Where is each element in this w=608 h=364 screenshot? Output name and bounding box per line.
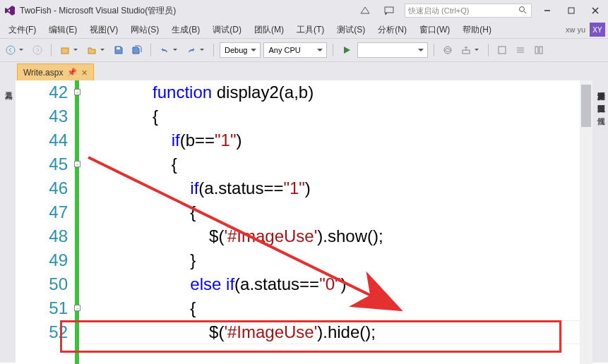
- line-number: 51-: [16, 296, 68, 320]
- quick-launch-placeholder: 快速启动 (Ctrl+Q): [408, 6, 469, 16]
- window-title: TwoFish - Microsoft Visual Studio(管理员): [20, 5, 176, 17]
- nav-forward-button[interactable]: [30, 42, 45, 58]
- menu-window[interactable]: 窗口(W): [414, 23, 455, 37]
- quick-launch-input[interactable]: 快速启动 (Ctrl+Q): [405, 4, 532, 18]
- line-number-gutter: 42-434445-464748495051-52: [16, 80, 79, 364]
- code-line[interactable]: {: [96, 152, 592, 176]
- open-file-button[interactable]: [84, 42, 100, 58]
- code-line[interactable]: if(a.status=="1"): [96, 176, 592, 200]
- vs-logo-icon: [4, 5, 16, 16]
- redo-button[interactable]: [184, 42, 199, 58]
- menu-edit[interactable]: 编辑(E): [43, 23, 83, 37]
- code-line[interactable]: {: [96, 104, 592, 128]
- title-bar: TwoFish - Microsoft Visual Studio(管理员) 快…: [0, 0, 608, 21]
- rail-team-explorer[interactable]: 团队资源管理器: [592, 96, 608, 102]
- line-number: 48: [16, 224, 68, 248]
- line-number: 52: [16, 320, 68, 344]
- line-number: 44: [16, 128, 68, 152]
- undo-button[interactable]: [157, 42, 172, 58]
- rail-toolbox[interactable]: 工具箱: [2, 83, 16, 363]
- menu-analyze[interactable]: 分析(N): [372, 23, 412, 37]
- svg-rect-0: [385, 7, 393, 13]
- svg-point-1: [520, 7, 525, 12]
- browser-link-button[interactable]: [440, 42, 455, 58]
- menu-team[interactable]: 团队(M): [249, 23, 290, 37]
- feedback-icon[interactable]: [381, 4, 398, 18]
- line-number: 42-: [16, 80, 68, 104]
- code-line[interactable]: }: [96, 248, 592, 272]
- toolbox-button1[interactable]: [494, 42, 510, 58]
- start-target-combo[interactable]: [357, 42, 428, 58]
- solution-config-combo[interactable]: Debug: [220, 42, 261, 58]
- line-number: 49: [16, 248, 68, 272]
- start-debug-button[interactable]: [339, 42, 354, 58]
- right-rail: 解决方案资源管理器 团队资源管理器 属性: [592, 80, 608, 363]
- line-number: 50: [16, 272, 68, 296]
- code-line[interactable]: $('#ImageUse').show();: [96, 224, 592, 248]
- code-line[interactable]: else if(a.status=="0"): [96, 272, 592, 296]
- new-project-button[interactable]: [57, 42, 73, 58]
- svg-rect-4: [568, 8, 574, 13]
- svg-rect-13: [499, 47, 506, 54]
- left-rail: 工具箱: [0, 80, 16, 363]
- svg-line-2: [524, 11, 526, 13]
- save-button[interactable]: [111, 42, 126, 58]
- menu-debug[interactable]: 调试(D): [207, 23, 247, 37]
- nav-back-button[interactable]: [3, 42, 18, 58]
- svg-rect-18: [540, 47, 542, 54]
- line-number: 46: [16, 176, 68, 200]
- close-button[interactable]: [587, 4, 604, 18]
- toolbox-button2[interactable]: [513, 42, 528, 58]
- search-icon: [518, 6, 528, 16]
- code-line[interactable]: {: [96, 200, 592, 224]
- code-line[interactable]: {: [96, 296, 592, 320]
- save-all-button[interactable]: [129, 42, 145, 58]
- svg-point-8: [33, 46, 42, 54]
- pin-icon[interactable]: 📌: [67, 68, 77, 77]
- menu-help[interactable]: 帮助(H): [457, 23, 497, 37]
- menu-file[interactable]: 文件(F): [3, 23, 42, 37]
- code-line[interactable]: $('#ImageUse').hide();: [96, 320, 592, 344]
- rail-properties[interactable]: 属性: [592, 109, 608, 114]
- minimize-button[interactable]: [539, 4, 556, 18]
- tab-label: Write.aspx: [23, 68, 63, 78]
- publish-button[interactable]: [458, 42, 474, 58]
- user-badge[interactable]: XY: [590, 23, 605, 37]
- line-number: 45-: [16, 152, 68, 176]
- svg-point-7: [6, 46, 15, 54]
- code-line[interactable]: if(b=="1"): [96, 128, 592, 152]
- document-tab-row: Write.aspx 📌 ×: [0, 62, 608, 80]
- maximize-button[interactable]: [563, 4, 580, 18]
- scroll-thumb[interactable]: [581, 85, 591, 127]
- menu-bar: 文件(F) 编辑(E) 视图(V) 网站(S) 生成(B) 调试(D) 团队(M…: [0, 21, 608, 38]
- menu-tools[interactable]: 工具(T): [291, 23, 330, 37]
- solution-platform-combo[interactable]: Any CPU: [263, 42, 327, 58]
- notifications-icon[interactable]: [357, 4, 374, 18]
- menu-test[interactable]: 测试(S): [331, 23, 371, 37]
- menu-build[interactable]: 生成(B): [166, 23, 205, 37]
- svg-rect-9: [61, 48, 68, 54]
- toolbox-button3[interactable]: [531, 42, 547, 58]
- svg-rect-17: [535, 47, 538, 54]
- rail-solution-explorer[interactable]: 解决方案资源管理器: [592, 83, 608, 89]
- line-number: 47: [16, 200, 68, 224]
- menu-view[interactable]: 视图(V): [84, 23, 124, 37]
- line-number: 43: [16, 104, 68, 128]
- code-editor[interactable]: 42-434445-464748495051-52 function displ…: [16, 80, 592, 364]
- code-line[interactable]: function display2(a,b): [96, 80, 592, 104]
- user-name[interactable]: xw yu: [566, 25, 585, 34]
- vertical-scrollbar[interactable]: [580, 80, 592, 364]
- document-tab[interactable]: Write.aspx 📌 ×: [17, 63, 94, 80]
- toolbar: Debug Any CPU: [0, 38, 608, 62]
- close-icon[interactable]: ×: [81, 68, 87, 78]
- svg-rect-10: [117, 47, 120, 49]
- code-area[interactable]: function display2(a,b) { if(b=="1") { if…: [79, 80, 592, 364]
- menu-site[interactable]: 网站(S): [125, 23, 165, 37]
